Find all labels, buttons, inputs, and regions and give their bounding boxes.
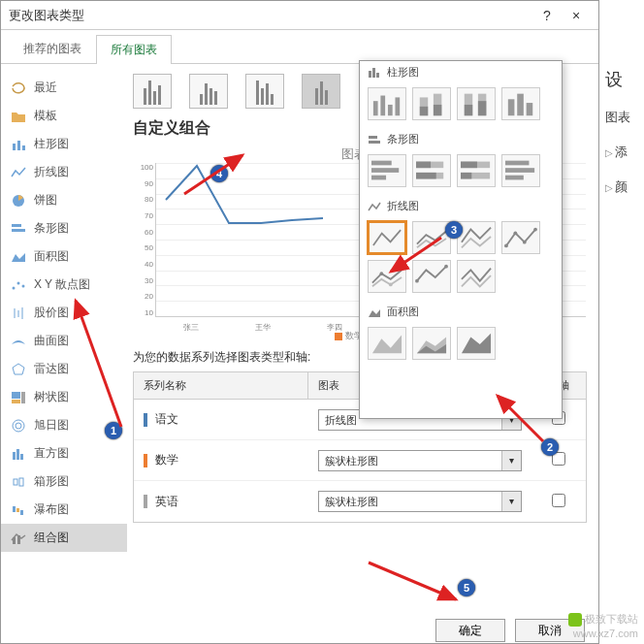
svg-rect-48 (371, 161, 392, 166)
sidebar-item-stock[interactable]: 股价图 (1, 299, 127, 327)
type-option-line-1[interactable] (368, 221, 406, 254)
series-type-dropdown[interactable]: 簇状柱形图▾ (318, 491, 522, 512)
series-name-cell: 数学 (134, 448, 308, 472)
series-name-cell: 英语 (134, 490, 308, 514)
scatter-icon (11, 278, 26, 292)
type-option-bar-3[interactable] (457, 154, 496, 187)
chart-category-sidebar: 最近 模板 柱形图 折线图 饼图 条形图 面积图 X Y 散点图 股价图 曲面图… (1, 64, 127, 644)
sidebar-item-line[interactable]: 折线图 (1, 158, 127, 186)
type-option-line-5[interactable] (368, 260, 406, 293)
secondary-axis-checkbox[interactable] (552, 494, 565, 507)
series-type-dropdown[interactable]: 簇状柱形图▾ (318, 450, 522, 471)
svg-point-17 (16, 423, 21, 429)
histogram-icon (11, 447, 26, 461)
dialog-footer: 确定 取消 (435, 619, 585, 642)
type-option-column-3[interactable] (457, 87, 496, 120)
type-option-line-3[interactable] (457, 221, 496, 254)
combo-thumb-custom[interactable] (302, 74, 340, 109)
type-option-line-6[interactable] (412, 260, 451, 293)
series-name-cell: 语文 (134, 407, 308, 432)
combo-thumb-3[interactable] (245, 74, 284, 109)
dialog-title: 更改图表类型 (9, 7, 532, 24)
svg-rect-0 (13, 144, 16, 150)
svg-rect-59 (505, 161, 529, 166)
type-option-area-3[interactable] (457, 327, 496, 360)
sidebar-item-waterfall[interactable]: 瀑布图 (1, 496, 127, 524)
watermark: 极致下载站 www.xz7.com (568, 612, 638, 640)
sidebar-item-column[interactable]: 柱形图 (1, 130, 127, 158)
sidebar-item-label: 股价图 (34, 305, 69, 321)
svg-rect-49 (371, 168, 399, 173)
sidebar-item-recent[interactable]: 最近 (1, 74, 127, 102)
sidebar-item-label: 模板 (34, 108, 57, 124)
svg-rect-28 (369, 71, 371, 78)
type-option-column-4[interactable] (501, 87, 540, 120)
type-option-line-7[interactable] (457, 260, 496, 293)
sidebar-item-label: 面积图 (34, 248, 69, 265)
type-option-area-2[interactable] (412, 327, 451, 360)
svg-point-65 (533, 228, 537, 232)
type-option-column-1[interactable] (368, 87, 406, 120)
sidebar-item-scatter[interactable]: X Y 散点图 (1, 271, 127, 299)
svg-rect-22 (19, 478, 23, 486)
svg-point-67 (389, 283, 393, 287)
type-option-area-1[interactable] (368, 327, 406, 360)
group-title-line: 折线图 (360, 195, 562, 217)
svg-rect-30 (376, 73, 379, 78)
chart-type-dropdown-panel[interactable]: 柱形图 条形图 折线图 面积图 (359, 60, 563, 419)
settings-row[interactable]: ▷添 (605, 144, 644, 161)
sidebar-item-label: 直方图 (34, 445, 69, 462)
settings-header: 设 (605, 68, 644, 91)
sidebar-item-radar[interactable]: 雷达图 (1, 355, 127, 383)
type-option-column-2[interactable] (412, 87, 451, 120)
type-option-bar-4[interactable] (501, 154, 540, 187)
sidebar-item-bar[interactable]: 条形图 (1, 214, 127, 242)
surface-icon (11, 335, 26, 348)
series-swatch (144, 495, 147, 508)
type-option-bar-2[interactable] (412, 154, 451, 187)
svg-rect-60 (505, 168, 534, 173)
stock-icon (11, 306, 26, 320)
sidebar-item-box[interactable]: 箱形图 (1, 467, 127, 496)
tab-recommended[interactable]: 推荐的图表 (9, 34, 96, 63)
settings-row[interactable]: ▷颜 (605, 178, 644, 196)
sidebar-item-histogram[interactable]: 直方图 (1, 439, 127, 467)
combo-thumb-1[interactable] (133, 74, 172, 109)
sidebar-item-templates[interactable]: 模板 (1, 102, 127, 130)
settings-row[interactable]: 图表 (605, 109, 644, 126)
svg-point-62 (504, 244, 508, 248)
svg-rect-34 (395, 97, 400, 115)
sidebar-item-combo[interactable]: 组合图 (1, 524, 127, 552)
sidebar-item-label: 最近 (34, 80, 57, 96)
svg-point-69 (444, 265, 448, 269)
svg-point-66 (379, 272, 383, 275)
callout-3: 3 (445, 221, 463, 239)
sidebar-item-label: 树状图 (34, 389, 69, 405)
svg-rect-14 (21, 392, 25, 403)
svg-rect-38 (434, 105, 441, 115)
tab-all[interactable]: 所有图表 (96, 35, 172, 64)
waterfall-icon (11, 503, 26, 517)
ok-button[interactable]: 确定 (435, 619, 505, 642)
svg-rect-58 (461, 173, 471, 179)
series-swatch (144, 454, 147, 467)
sidebar-item-label: 饼图 (34, 192, 57, 209)
sidebar-item-treemap[interactable]: 树状图 (1, 383, 127, 411)
sidebar-item-pie[interactable]: 饼图 (1, 186, 127, 214)
sidebar-item-area[interactable]: 面积图 (1, 242, 127, 271)
type-option-bar-1[interactable] (368, 154, 406, 187)
svg-point-8 (22, 284, 25, 287)
svg-rect-29 (372, 68, 375, 78)
sidebar-item-surface[interactable]: 曲面图 (1, 327, 127, 355)
svg-rect-52 (416, 162, 431, 169)
table-row: 英语 簇状柱形图▾ (134, 481, 586, 522)
type-option-line-4[interactable] (501, 221, 540, 254)
title-bar: 更改图表类型 ? × (1, 1, 598, 30)
help-button[interactable]: ? (532, 8, 562, 23)
svg-rect-21 (14, 479, 17, 485)
close-button[interactable]: × (562, 8, 591, 23)
sidebar-item-label: 柱形图 (34, 136, 69, 152)
combo-thumb-2[interactable] (189, 74, 228, 109)
svg-rect-5 (12, 229, 25, 232)
sidebar-item-label: 瀑布图 (34, 501, 69, 518)
